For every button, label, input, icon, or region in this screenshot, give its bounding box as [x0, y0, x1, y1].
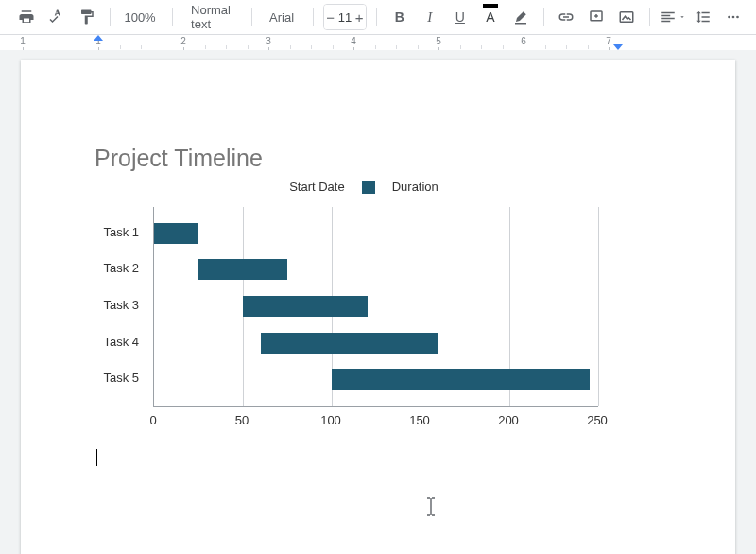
font-size-value[interactable]: 11 [337, 10, 352, 25]
chart-row: Task 2 [154, 259, 598, 280]
align-button[interactable] [660, 4, 686, 30]
legend-label-start: Start Date [289, 180, 345, 194]
highlight-button[interactable] [507, 4, 534, 30]
toolbar: 100% Normal text Arial − 11 + B I U A [0, 0, 756, 35]
x-axis-tick: 0 [149, 413, 156, 427]
spellcheck-icon[interactable] [43, 4, 70, 30]
insert-comment-button[interactable] [583, 4, 610, 30]
ibeam-icon [424, 496, 438, 517]
paint-format-icon[interactable] [74, 4, 100, 30]
x-axis-tick: 150 [409, 413, 430, 427]
chart-legend: Start Date Duration [94, 180, 633, 194]
chart-row: Task 5 [154, 369, 598, 390]
italic-button[interactable]: I [417, 4, 443, 30]
x-axis-tick: 250 [587, 413, 608, 427]
underline-button[interactable]: U [447, 4, 473, 30]
zoom-value: 100% [124, 10, 155, 25]
y-axis-label: Task 5 [103, 371, 139, 385]
chart-x-axis: 050100150200250 [153, 413, 597, 430]
legend-swatch-duration [362, 181, 375, 194]
bold-button[interactable]: B [387, 4, 413, 30]
font-size-stepper[interactable]: − 11 + [323, 4, 368, 30]
zoom-select[interactable]: 100% [120, 4, 163, 30]
chevron-down-icon [679, 13, 686, 21]
chart-bar [154, 223, 198, 244]
svg-point-3 [732, 16, 735, 19]
chart-bar [198, 259, 287, 280]
print-icon[interactable] [13, 4, 40, 30]
y-axis-label: Task 1 [103, 225, 139, 239]
chart-bar [261, 333, 438, 354]
chart-row: Task 3 [154, 296, 598, 317]
paragraph-style-value: Normal text [191, 3, 231, 31]
font-size-increase[interactable]: + [352, 5, 366, 29]
document-page[interactable]: Project Timeline Start Date Duration Tas… [21, 60, 735, 554]
font-family-value: Arial [269, 10, 294, 25]
svg-point-2 [728, 16, 730, 19]
line-spacing-button[interactable] [690, 4, 716, 30]
svg-point-4 [736, 16, 739, 19]
gantt-chart[interactable]: Project Timeline Start Date Duration Tas… [94, 145, 633, 428]
font-size-decrease[interactable]: − [324, 5, 337, 29]
insert-link-button[interactable] [553, 4, 579, 30]
horizontal-ruler[interactable]: 11234567 [0, 35, 756, 51]
chart-title: Project Timeline [94, 145, 633, 172]
y-axis-label: Task 2 [103, 261, 139, 275]
chart-plot-area: Task 1Task 2Task 3Task 4Task 5 [153, 207, 598, 407]
insert-image-button[interactable] [613, 4, 640, 30]
chart-bar [332, 369, 590, 390]
x-axis-tick: 200 [498, 413, 519, 427]
first-line-indent-marker[interactable] [94, 35, 103, 41]
paragraph-style-select[interactable]: Normal text [181, 4, 242, 30]
chart-row: Task 4 [154, 333, 598, 354]
y-axis-label: Task 3 [103, 298, 139, 312]
document-workspace: Project Timeline Start Date Duration Tas… [0, 50, 756, 554]
more-button[interactable] [720, 4, 747, 30]
chart-row: Task 1 [154, 223, 598, 244]
font-family-select[interactable]: Arial [262, 4, 303, 30]
chart-bar [243, 296, 368, 317]
text-color-button[interactable]: A [477, 4, 504, 30]
x-axis-tick: 50 [235, 413, 249, 427]
text-cursor [96, 449, 97, 466]
y-axis-label: Task 4 [103, 335, 139, 349]
x-axis-tick: 100 [320, 413, 341, 427]
legend-label-duration: Duration [392, 180, 438, 194]
